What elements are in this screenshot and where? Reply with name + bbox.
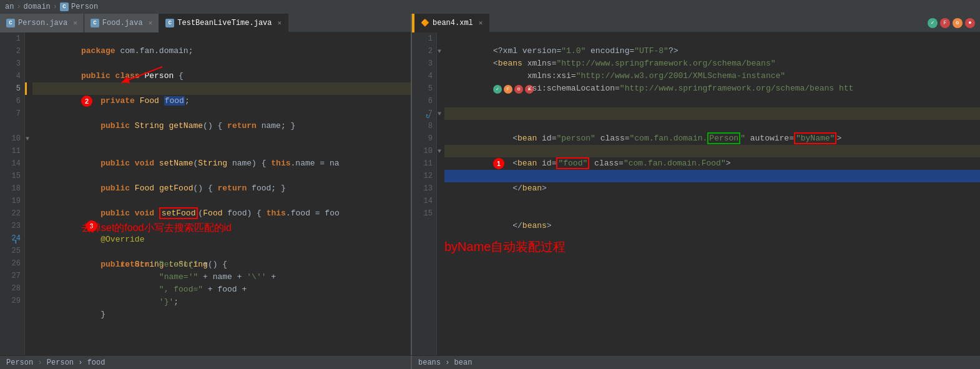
xml-line: <?xml version="1.0" encoding="UTF-8"?>	[444, 32, 980, 45]
java-class-icon: C	[60, 2, 69, 11]
java-icon: C	[6, 19, 15, 27]
right-panel: 🔶 bean4.xml ✕ ✓ F ⚙ ● 1 2 3 4 5 6 7	[412, 14, 980, 355]
code-line: private Food food;	[32, 82, 411, 95]
line-num: 2	[8, 45, 21, 57]
tab-bean4-xml[interactable]: 🔶 bean4.xml ✕	[414, 14, 489, 32]
close-icon[interactable]: ✕	[149, 19, 153, 27]
status-bar: Person › Person › food beans › bean	[0, 355, 980, 369]
xml-line	[444, 120, 980, 132]
line-num: 11	[8, 145, 21, 157]
code-line: public class Person { 2	[32, 57, 411, 70]
tab-label: bean4.xml	[433, 19, 473, 27]
breadcrumb-item[interactable]: Person	[71, 2, 98, 11]
line-num: 29	[8, 295, 21, 307]
xml-line: <bean id="food" class="com.fan.domain.Fo…	[444, 145, 980, 157]
xml-line: </bean> 4	[444, 132, 980, 145]
breadcrumb-person[interactable]: Person	[6, 358, 33, 367]
right-tab-bar: 🔶 bean4.xml ✕ ✓ F ⚙ ●	[412, 14, 980, 32]
line-num: 1	[420, 32, 433, 45]
left-code-editor[interactable]: 1 2 3 4 5 6 7 10 11 14 15 18 19 22 23 24…	[0, 32, 411, 355]
line-num: 22	[8, 207, 21, 220]
xml-line: <property name="name" value="肉"></proper…	[444, 157, 980, 170]
line-num: 10	[420, 145, 433, 157]
close-icon[interactable]: ✕	[278, 19, 282, 27]
code-line: public Food getFood() { return food; }	[32, 170, 411, 182]
code-line: ", food=" + food +	[32, 271, 411, 283]
icon-4: ●	[965, 18, 975, 28]
code-line	[32, 157, 411, 170]
annotation-line: 去掉set的food小写去搜索匹配的id	[32, 207, 411, 221]
left-panel: C Person.java ✕ C Food.java ✕ C TestBean…	[0, 14, 412, 355]
breadcrumb-sep: ›	[16, 2, 21, 11]
line-num: 23	[8, 220, 21, 232]
line-num: 13	[420, 182, 433, 195]
line-num: 4	[420, 70, 433, 82]
breadcrumb-sep: ›	[53, 2, 57, 11]
tab-label: Person.java	[18, 19, 67, 27]
line-num: 26	[8, 257, 21, 270]
code-line: }	[32, 296, 411, 308]
breadcrumb-item[interactable]: domain	[24, 2, 51, 11]
code-content-left[interactable]: package com.fan.domain; public class Per…	[26, 32, 411, 308]
code-line: package com.fan.domain;	[32, 32, 411, 45]
breadcrumb-food[interactable]: Person › food	[47, 358, 105, 367]
line-num: 2	[420, 45, 433, 57]
line-num: 9	[420, 132, 433, 145]
tab-food-java[interactable]: C Food.java ✕	[84, 14, 159, 32]
line-num: 1	[8, 32, 21, 45]
line-num: 11	[420, 157, 433, 170]
xml-line: xsi:schemaLocation="http://www.springfra…	[444, 70, 980, 82]
xml-line	[444, 195, 980, 207]
code-line: '}';	[32, 283, 411, 296]
code-line: public String getName() { return name; }	[32, 107, 411, 120]
xml-line: </beans>	[444, 207, 980, 220]
breadcrumb-item[interactable]: an	[5, 2, 14, 11]
status-bar-right: beans › bean	[412, 356, 980, 369]
code-line	[32, 120, 411, 132]
code-line: return "Person{" +	[32, 246, 411, 258]
line-num: 12	[420, 170, 433, 182]
code-line: @Override	[32, 221, 411, 234]
breadcrumb-left: Person › Person › food	[6, 358, 105, 367]
breadcrumb-bar: an › domain › C Person	[0, 0, 980, 14]
line-num: 6	[420, 95, 433, 107]
close-icon[interactable]: ✕	[73, 19, 77, 27]
line-num: 15	[8, 170, 21, 182]
line-numbers: 1 2 3 4 5 6 7 10 11 14 15 18 19 22 23 24…	[0, 32, 25, 355]
xml-line: <!--1.配置User的创建-->	[444, 95, 980, 107]
xml-icon: 🔶	[421, 19, 429, 27]
code-line: ⬆ public String toString() {	[32, 234, 411, 246]
icon-3: ⚙	[953, 18, 963, 28]
tab-testbean-java[interactable]: C TestBeanLiveTime.java ✕	[159, 14, 288, 32]
icon-2: F	[940, 18, 950, 28]
code-line: public void setName(String name) { this.…	[32, 145, 411, 157]
code-line	[32, 95, 411, 107]
line-numbers-right: 1 2 3 4 5 6 7 8 9 10 11 12 13 14 15	[412, 32, 437, 355]
line-num: 5	[420, 82, 433, 95]
line-num: 10	[8, 132, 21, 145]
tab-label: Food.java	[102, 19, 143, 27]
status-bar-left: Person › Person › food	[0, 356, 412, 369]
line-num: 7	[8, 107, 21, 120]
line-num: 14	[8, 157, 21, 170]
line-num: 14	[420, 195, 433, 207]
code-line	[32, 182, 411, 195]
code-line	[32, 45, 411, 57]
code-line	[32, 132, 411, 145]
xml-line: </bean>	[444, 170, 980, 182]
xml-line	[444, 82, 980, 95]
line-num: 19	[8, 195, 21, 207]
code-content-right[interactable]: <?xml version="1.0" encoding="UTF-8"?> <…	[438, 32, 980, 255]
xml-line	[444, 182, 980, 195]
java-icon: C	[165, 19, 174, 27]
line-num: 3	[420, 57, 433, 70]
tab-person-java[interactable]: C Person.java ✕	[0, 14, 84, 32]
browser-icons: ✓ F ⚙ ●	[928, 18, 980, 28]
breadcrumb-right: beans › bean	[418, 358, 472, 367]
right-code-editor[interactable]: 1 2 3 4 5 6 7 8 9 10 11 12 13 14 15 ▼	[412, 32, 980, 355]
line-num: 18	[8, 182, 21, 195]
xml-line: ↻ <bean id="person" class="com.fan.domai…	[444, 107, 980, 120]
line-num: 4	[8, 70, 21, 82]
code-line: "name='" + name + '\'' +	[32, 258, 411, 271]
close-icon[interactable]: ✕	[479, 19, 483, 27]
